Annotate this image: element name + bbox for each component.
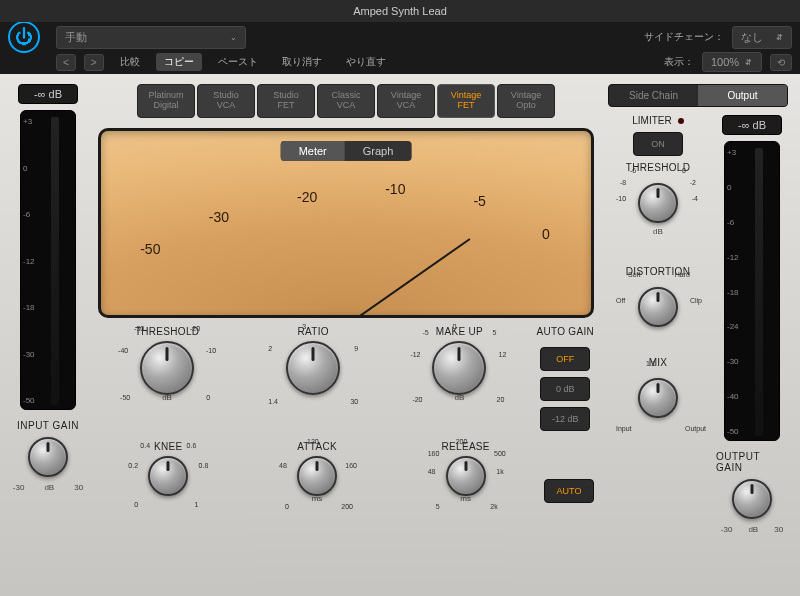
undo-button[interactable]: 取り消す [274, 53, 330, 71]
type-studio-vca[interactable]: StudioVCA [197, 84, 255, 118]
right-column: Side Chain Output LIMITER ON THRESHOLD 0… [608, 84, 788, 586]
type-vintage-fet[interactable]: VintageFET [437, 84, 495, 118]
chevron-updown-icon: ⇵ [776, 33, 783, 42]
output-gain-label: OUTPUT GAIN [716, 451, 788, 473]
vu-meter: Meter Graph -50 -30 -20 -10 -5 0 [98, 128, 594, 318]
autogain-off-button[interactable]: OFF [540, 347, 590, 371]
paste-button[interactable]: ペースト [210, 53, 266, 71]
sidechain-label: サイドチェーン： [644, 30, 724, 44]
view-dropdown[interactable]: 100% ⇵ [702, 52, 762, 72]
limiter-on-button[interactable]: ON [633, 132, 683, 156]
toolbar: ⏻ 手動 ⌄ サイドチェーン： なし ⇵ < > 比較 コピー ペースト 取り消… [0, 22, 800, 74]
sidechain-tab[interactable]: Side Chain [609, 85, 698, 106]
compressor-type-tabs: PlatinumDigital StudioVCA StudioFET Clas… [94, 84, 598, 118]
release-auto-button[interactable]: AUTO [544, 479, 594, 503]
power-button[interactable]: ⏻ [8, 21, 40, 53]
input-meter: +3 0 -6 -12 -18 -30 -50 [20, 110, 76, 410]
input-gain-label: INPUT GAIN [17, 420, 79, 431]
window-title: Amped Synth Lead [353, 5, 447, 17]
input-gain-knob[interactable] [28, 437, 68, 477]
output-db-display: -∞ dB [722, 115, 782, 135]
type-classic-vca[interactable]: ClassicVCA [317, 84, 375, 118]
autogain-12db-button[interactable]: -12 dB [540, 407, 590, 431]
prev-button[interactable]: < [56, 54, 76, 71]
plugin-body: -∞ dB +3 0 -6 -12 -18 -30 -50 INPUT GAIN… [0, 74, 800, 596]
vu-meter-tab[interactable]: Meter [281, 141, 345, 161]
vu-graph-tab[interactable]: Graph [345, 141, 412, 161]
view-label: 表示： [664, 55, 694, 69]
sidechain-dropdown[interactable]: なし ⇵ [732, 26, 792, 49]
limiter-led-icon [678, 118, 684, 124]
type-vintage-opto[interactable]: VintageOpto [497, 84, 555, 118]
autogain-0db-button[interactable]: 0 dB [540, 377, 590, 401]
link-button[interactable]: ⟲ [770, 54, 792, 71]
output-gain-knob[interactable] [732, 479, 772, 519]
next-button[interactable]: > [84, 54, 104, 71]
type-vintage-vca[interactable]: VintageVCA [377, 84, 435, 118]
redo-button[interactable]: やり直す [338, 53, 394, 71]
type-studio-fet[interactable]: StudioFET [257, 84, 315, 118]
input-db-display: -∞ dB [18, 84, 78, 104]
copy-button[interactable]: コピー [156, 53, 202, 71]
title-bar: Amped Synth Lead [0, 0, 800, 22]
compare-button[interactable]: 比較 [112, 53, 148, 71]
chevron-updown-icon: ⇵ [745, 58, 752, 67]
output-tab[interactable]: Output [698, 85, 787, 106]
input-column: -∞ dB +3 0 -6 -12 -18 -30 -50 INPUT GAIN… [12, 84, 84, 586]
center-column: PlatinumDigital StudioVCA StudioFET Clas… [94, 84, 598, 586]
preset-dropdown[interactable]: 手動 ⌄ [56, 26, 246, 49]
output-meter: +3 0 -6 -12 -18 -24 -30 -40 -50 [724, 141, 780, 441]
chevron-down-icon: ⌄ [230, 33, 237, 42]
type-platinum-digital[interactable]: PlatinumDigital [137, 84, 195, 118]
